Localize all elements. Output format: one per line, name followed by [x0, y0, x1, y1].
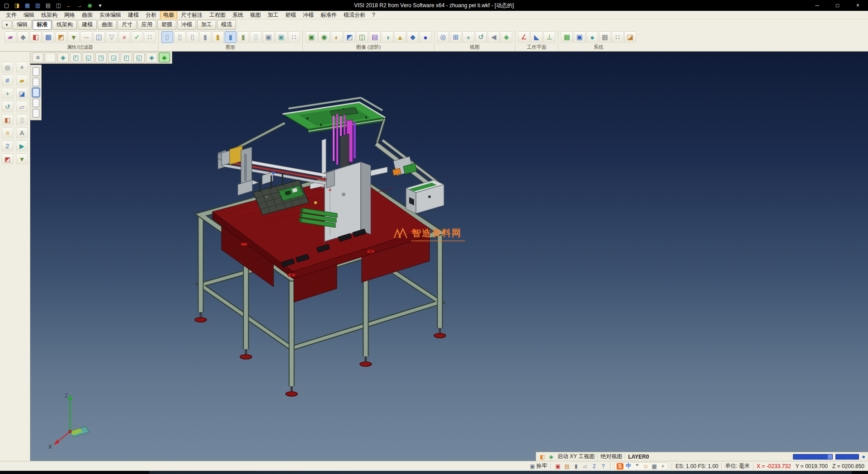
adv-curvature-icon[interactable]: ◑ [382, 31, 393, 43]
rotate-icon[interactable]: ↺ [2, 101, 13, 112]
view-cube-iso-icon[interactable]: ◈ [57, 52, 69, 62]
menu-view[interactable]: 视图 [247, 10, 264, 20]
move-icon[interactable]: + [2, 88, 13, 99]
close-button[interactable]: × [848, 0, 868, 11]
view-cube-shaded-icon[interactable]: ◈ [159, 52, 170, 62]
modify-icon[interactable]: ▱ [16, 101, 28, 112]
attr-check-icon[interactable]: ✓ [131, 31, 143, 43]
active-layer-label[interactable]: LAYER0 [628, 454, 649, 460]
filter-layer-icon[interactable]: ▦ [42, 31, 54, 43]
system-slope-icon[interactable]: ◪ [624, 31, 636, 43]
workplane-xy-icon[interactable]: ∠ [518, 31, 530, 43]
workplane-cube-icon[interactable]: ◧ [539, 453, 546, 460]
shade-flat-icon[interactable]: ▮ [212, 31, 224, 43]
status-help-icon[interactable]: ? [599, 462, 607, 470]
adv-light-icon[interactable]: ◐ [331, 31, 343, 43]
menu-die[interactable]: 冲模 [300, 10, 317, 20]
tab-wireframe[interactable]: 线架构 [52, 20, 77, 30]
workplane-axis-icon[interactable]: ◈ [547, 453, 555, 460]
status-image-icon[interactable]: ▤ [563, 462, 571, 470]
menu-drawing[interactable]: 工程图 [206, 10, 229, 20]
workplane-label[interactable]: 启动 XY 工视图 [557, 453, 594, 460]
qa-refresh-icon[interactable]: ◉ [85, 1, 94, 10]
shade-points-icon[interactable]: ∷ [288, 31, 300, 43]
erase-icon[interactable]: ◪ [16, 88, 28, 99]
viewbar-plane-icon[interactable]: ▢ [45, 52, 56, 62]
menu-solid-edit[interactable]: 实体编辑 [96, 10, 124, 20]
view-iso-icon[interactable]: ◈ [500, 31, 512, 43]
qa-save-all-icon[interactable]: ▥ [33, 1, 42, 10]
shade-solid-icon[interactable]: ▮ [199, 31, 211, 43]
system-grid-icon[interactable]: ▦ [599, 31, 611, 43]
menu-mesh[interactable]: 网格 [61, 10, 78, 20]
viewport-canvas[interactable]: ≡▢◈◰◱◳◲◰◱◈◈ Z X [30, 52, 868, 461]
qa-undo-icon[interactable]: ← [64, 1, 74, 10]
annotate-icon[interactable]: A [16, 127, 28, 138]
tab-standard[interactable]: 标准 [33, 20, 52, 30]
ime-cn-icon[interactable]: 中 [625, 463, 632, 469]
workplane-3d-icon[interactable]: ◣ [531, 31, 542, 43]
tab-flow[interactable]: 模流 [217, 20, 236, 30]
maximize-button[interactable]: □ [827, 0, 848, 11]
selection-color-bar[interactable] [793, 454, 833, 460]
palette-icon[interactable]: ◩ [2, 153, 13, 165]
adv-draft-icon[interactable]: ▲ [394, 31, 406, 43]
status-screen-icon[interactable]: ▣ [554, 462, 562, 470]
tab-surface[interactable]: 曲面 [98, 20, 117, 30]
adv-shadow-icon[interactable]: ◩ [344, 31, 355, 43]
view-pan-icon[interactable]: + [462, 31, 474, 43]
view-cube-bottom-icon[interactable]: ◱ [133, 52, 145, 62]
tab-application[interactable]: 应用 [137, 20, 156, 30]
adv-shade-icon[interactable]: ▣ [306, 31, 317, 43]
view-cube-dimetric-icon[interactable]: ◈ [146, 52, 157, 62]
tab-edit[interactable]: 编辑 [13, 20, 32, 30]
status-2d-icon[interactable]: 2 [590, 462, 598, 470]
ime-emoji-icon[interactable]: ☺ [642, 463, 649, 469]
stamp-icon[interactable]: ◧ [2, 114, 13, 125]
attr-match-icon[interactable]: ◆ [17, 31, 29, 43]
qa-print-icon[interactable]: ▤ [43, 1, 53, 10]
cad-model[interactable] [181, 95, 466, 416]
page-icon[interactable]: ▯ [16, 114, 28, 125]
menu-help[interactable]: ? [369, 11, 378, 19]
menu-flow-analysis[interactable]: 模流分析 [340, 10, 368, 20]
system-globe-icon[interactable]: ● [586, 31, 598, 43]
qa-dropdown-icon[interactable]: ▾ [95, 1, 105, 10]
shade-textured-icon[interactable]: ▮ [237, 31, 249, 43]
adv-zebra-icon[interactable]: ▤ [369, 31, 381, 43]
shade-dashed-icon[interactable]: ▯ [187, 31, 198, 43]
clipboard-1[interactable] [33, 67, 39, 76]
shade-box-icon[interactable]: ▣ [263, 31, 274, 43]
view-cube-right-icon[interactable]: ◳ [95, 52, 107, 62]
tab-mold[interactable]: 塑膜 [157, 20, 176, 30]
filter-type-icon[interactable]: ▼ [68, 31, 80, 43]
tab-list-dropdown[interactable]: ▼ [2, 21, 12, 29]
shade-transparent-icon[interactable]: ▯ [250, 31, 262, 43]
menu-file[interactable]: 文件 [3, 10, 20, 20]
qa-new-icon[interactable]: ▢ [2, 1, 11, 10]
menu-surface[interactable]: 曲面 [79, 10, 96, 20]
select-icon[interactable]: ◎ [2, 62, 13, 73]
sogou-logo-icon[interactable]: S [616, 463, 623, 469]
export-icon[interactable]: ▼ [16, 153, 28, 165]
qa-redo-icon[interactable]: → [75, 1, 84, 10]
minimize-button[interactable]: ─ [807, 0, 827, 11]
adv-section-icon[interactable]: ◫ [356, 31, 368, 43]
menu-modeling[interactable]: 建模 [125, 10, 142, 20]
view-mode-label[interactable]: 绝对视图 [600, 453, 622, 460]
view-rotate-icon[interactable]: ↺ [475, 31, 487, 43]
menu-analysis[interactable]: 分析 [142, 10, 160, 20]
menu-electrode[interactable]: 电极 [160, 10, 177, 20]
clipboard-5[interactable] [33, 109, 39, 118]
play-icon[interactable]: ▶ [16, 140, 28, 152]
tab-machining[interactable]: 加工 [197, 20, 216, 30]
trim-icon[interactable]: × [16, 62, 28, 73]
menu-mold[interactable]: 塑模 [282, 10, 299, 20]
filter-color-icon[interactable]: ◩ [55, 31, 67, 43]
tab-modeling[interactable]: 建模 [78, 20, 97, 30]
ime-punct-icon[interactable]: ” [633, 463, 641, 469]
filter-funnel-icon[interactable]: ▽ [106, 31, 118, 43]
menu-system[interactable]: 系统 [229, 10, 246, 20]
attr-pen-icon[interactable]: ▰ [5, 31, 16, 43]
view-zoom-window-icon[interactable]: ⊞ [450, 31, 462, 43]
